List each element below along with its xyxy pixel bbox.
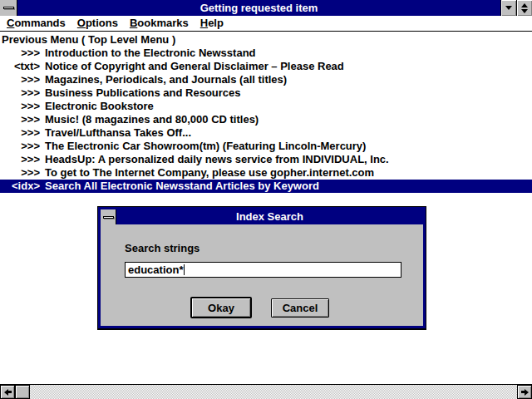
system-menu-icon <box>103 216 114 219</box>
item-type-badge: >>> <box>0 73 40 86</box>
item-type-badge: >>> <box>0 166 40 180</box>
item-type-badge: >>> <box>0 126 40 140</box>
okay-button[interactable]: Okay <box>190 297 252 318</box>
dialog-titlebar: Index Search <box>101 209 423 224</box>
scroll-right-icon <box>521 389 529 396</box>
list-item[interactable]: >>> Magazines, Periodicals, and Journals… <box>0 73 532 86</box>
list-item[interactable]: >>> Travel/Lufthansa Takes Off... <box>0 126 532 140</box>
menu-bookmarks[interactable]: Bookmarks <box>124 16 195 31</box>
dialog-title: Index Search <box>116 209 423 224</box>
list-item-selected[interactable]: <idx> Search All Electronic Newsstand Ar… <box>0 180 532 193</box>
item-type-badge: <idx> <box>0 180 40 193</box>
dialog-system-menu-button[interactable] <box>101 209 116 224</box>
list-item[interactable]: >>> Music! (8 magazines and 80,000 CD ti… <box>0 113 532 126</box>
scroll-right-button[interactable] <box>517 385 532 399</box>
item-type-badge: >>> <box>0 140 40 153</box>
item-type-badge: >>> <box>0 100 40 113</box>
window-title: Getting requested item <box>17 0 500 16</box>
list-item-previous-menu[interactable]: Previous Menu ( Top Level Menu ) <box>0 33 532 47</box>
list-item[interactable]: >>> The Electronic Car Showroom(tm) (Fea… <box>0 140 532 153</box>
window-titlebar: Getting requested item <box>0 0 532 16</box>
menu-bar: Commands Options Bookmarks Help <box>0 16 532 32</box>
cancel-button[interactable]: Cancel <box>271 298 329 318</box>
text-caret <box>184 264 185 275</box>
scroll-left-button[interactable] <box>0 385 15 399</box>
index-search-dialog: Index Search Search strings education* O… <box>97 206 426 329</box>
menu-help[interactable]: Help <box>195 16 229 31</box>
list-item[interactable]: >>> Introduction to the Electronic Newss… <box>0 47 532 60</box>
search-input[interactable]: education* <box>125 262 401 278</box>
scroll-left-icon <box>4 389 12 396</box>
list-item[interactable]: >>> Electronic Bookstore <box>0 100 532 113</box>
minimize-icon <box>505 6 512 10</box>
list-item[interactable]: >>> To get to The Internet Company, plea… <box>0 166 532 180</box>
list-item[interactable]: >>> Business Publications and Resources <box>0 86 532 100</box>
restore-icon <box>521 3 528 7</box>
scrollbar-track[interactable] <box>30 385 517 399</box>
list-item[interactable]: <txt> Notice of Copyright and General Di… <box>0 60 532 73</box>
system-menu-icon <box>3 7 14 9</box>
list-item[interactable]: >>> HeadsUp: A personalized daily news s… <box>0 153 532 166</box>
item-type-badge: >>> <box>0 113 40 126</box>
item-type-badge: >>> <box>0 47 40 60</box>
horizontal-scrollbar[interactable] <box>0 384 532 399</box>
menu-options[interactable]: Options <box>71 16 124 31</box>
search-strings-label: Search strings <box>125 242 200 254</box>
restore-button[interactable] <box>516 0 532 16</box>
item-type-badge: >>> <box>0 153 40 166</box>
scrollbar-thumb[interactable] <box>15 385 30 399</box>
item-type-badge: <txt> <box>0 60 40 73</box>
minimize-button[interactable] <box>500 0 516 16</box>
item-type-badge: >>> <box>0 86 40 100</box>
search-input-value: education* <box>128 263 183 277</box>
system-menu-button[interactable] <box>0 0 17 16</box>
menu-commands[interactable]: Commands <box>1 16 71 31</box>
